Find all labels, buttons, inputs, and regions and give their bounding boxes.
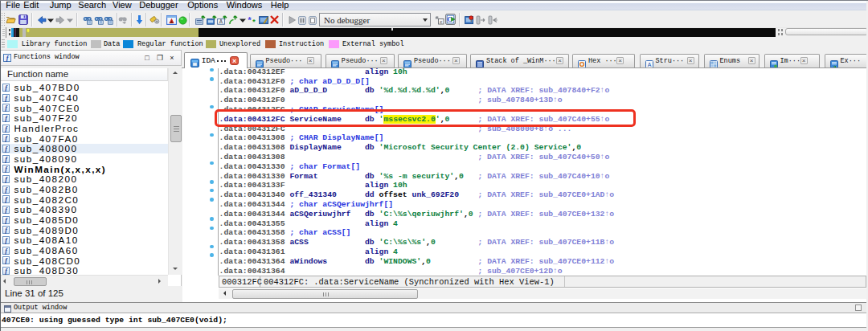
- svg-text:A: A: [647, 61, 651, 67]
- svg-text:A: A: [219, 18, 223, 24]
- svg-text:*: *: [252, 19, 256, 25]
- svg-text:c: c: [440, 19, 442, 24]
